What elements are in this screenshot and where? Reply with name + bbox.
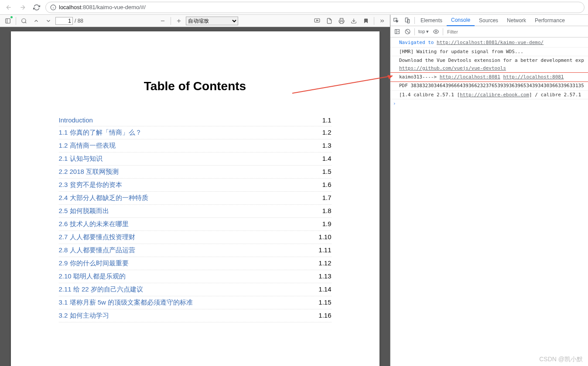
console-link[interactable]: http://localhost:8081 bbox=[503, 74, 564, 80]
toc-link[interactable]: 2.6 技术人的未来在哪里 bbox=[59, 220, 129, 228]
toc-row: 2.4 大部分人都缺乏的一种特质1.7 bbox=[59, 192, 332, 205]
toc-link[interactable]: 2.9 你的什么时间最重要 bbox=[59, 259, 129, 268]
svg-marker-11 bbox=[317, 20, 318, 20]
toc-page-number: 1.3 bbox=[322, 142, 332, 149]
live-expression-button[interactable] bbox=[431, 27, 441, 37]
toc-page-number: 1.10 bbox=[318, 233, 331, 241]
back-button[interactable] bbox=[3, 2, 14, 13]
toc-row: Introduction1.1 bbox=[59, 114, 332, 126]
console-link[interactable]: http://calibre-ebook.com bbox=[460, 92, 529, 98]
toc-link[interactable]: 2.11 给 22 岁的自己六点建议 bbox=[59, 285, 143, 294]
console-link[interactable]: http://localhost:8081 bbox=[440, 74, 500, 80]
pdf-viewer-pane: / 88 自动缩放 bbox=[0, 15, 390, 366]
svg-point-5 bbox=[22, 18, 26, 22]
prev-page-button[interactable] bbox=[31, 16, 41, 26]
device-toggle-icon[interactable] bbox=[402, 15, 413, 26]
watermark: CSDN @凯小默 bbox=[539, 356, 583, 363]
console-link[interactable]: http://localhost:8081/kaimo-vue-demo/ bbox=[437, 40, 544, 45]
toc-list: Introduction1.11.1 你真的了解「情商」么？1.21.2 高情商… bbox=[59, 114, 332, 322]
toc-page-number: 1.12 bbox=[318, 259, 331, 267]
toc-link[interactable]: 2.2 2018 互联网预测 bbox=[59, 168, 119, 176]
svg-rect-12 bbox=[340, 21, 343, 24]
toc-page-number: 1.7 bbox=[322, 194, 332, 201]
console-sidebar-toggle[interactable] bbox=[392, 27, 402, 37]
open-file-button[interactable] bbox=[324, 16, 335, 26]
toc-link[interactable]: 2.10 聪明人都是乐观的 bbox=[59, 272, 126, 281]
toc-link[interactable]: 2.1 认知与知识 bbox=[59, 155, 103, 163]
clear-console-button[interactable] bbox=[403, 27, 412, 37]
console-input-prompt[interactable] bbox=[390, 99, 588, 108]
toc-row: 2.5 如何脱颖而出1.8 bbox=[59, 205, 332, 218]
console-message: [HMR] Waiting for update signal from WDS… bbox=[390, 47, 588, 57]
tools-button[interactable] bbox=[377, 16, 387, 26]
toc-row: 1.2 高情商一些表现1.3 bbox=[59, 139, 332, 152]
console-filter-input[interactable] bbox=[445, 29, 586, 34]
toc-page-number: 1.6 bbox=[322, 181, 332, 188]
toc-page-number: 1.15 bbox=[318, 298, 331, 306]
forward-button[interactable] bbox=[17, 2, 28, 13]
toc-link[interactable]: Introduction bbox=[59, 116, 93, 124]
zoom-out-button[interactable] bbox=[157, 16, 168, 26]
svg-line-20 bbox=[406, 30, 409, 34]
toc-row: 1.1 你真的了解「情商」么？1.2 bbox=[59, 126, 332, 139]
devtools-tab-performance[interactable]: Performance bbox=[530, 15, 569, 26]
toc-page-number: 1.16 bbox=[318, 312, 331, 319]
page-number-input[interactable] bbox=[55, 17, 73, 25]
separator bbox=[16, 17, 16, 25]
devtools-tab-network[interactable]: Network bbox=[503, 15, 530, 26]
separator bbox=[171, 17, 171, 25]
bookmark-button[interactable] bbox=[361, 16, 371, 26]
devtools-tab-elements[interactable]: Elements bbox=[416, 15, 447, 26]
toc-page-number: 1.2 bbox=[322, 129, 332, 136]
toc-page-number: 1.13 bbox=[318, 272, 331, 280]
devtools-tabs: ElementsConsoleSourcesNetworkPerformance bbox=[390, 15, 588, 26]
sidebar-toggle-button[interactable] bbox=[3, 16, 13, 26]
pdf-content-area[interactable]: Table of Contents Introduction1.11.1 你真的… bbox=[0, 27, 390, 366]
toc-link[interactable]: 1.2 高情商一些表现 bbox=[59, 142, 116, 150]
toc-title: Table of Contents bbox=[59, 79, 332, 93]
zoom-in-button[interactable] bbox=[174, 16, 184, 26]
toc-row: 3.1 堪称月薪 5w 的顶级文案都必须遵守的标准1.15 bbox=[59, 296, 332, 309]
svg-line-6 bbox=[25, 22, 27, 23]
toc-link[interactable]: 2.4 大部分人都缺乏的一种特质 bbox=[59, 194, 148, 202]
console-message: [1.4 calibre 2.57.1 [http://calibre-eboo… bbox=[390, 91, 588, 100]
toc-link[interactable]: 2.5 如何脱颖而出 bbox=[59, 207, 109, 215]
separator bbox=[414, 17, 415, 24]
toc-row: 2.2 2018 互联网预测1.5 bbox=[59, 166, 332, 179]
toc-row: 2.11 给 22 岁的自己六点建议1.14 bbox=[59, 283, 332, 296]
url-text: localhost:8081/kaimo-vue-demo/#/ bbox=[59, 4, 146, 10]
presentation-button[interactable] bbox=[312, 16, 322, 26]
console-message: Download the Vue Devtools extension for … bbox=[390, 56, 588, 73]
devtools-tab-console[interactable]: Console bbox=[447, 15, 475, 26]
toc-link[interactable]: 2.8 人人都要懂点产品运营 bbox=[59, 246, 135, 254]
toc-link[interactable]: 1.1 你真的了解「情商」么？ bbox=[59, 129, 142, 137]
toc-link[interactable]: 2.3 贫穷不是你的资本 bbox=[59, 181, 122, 189]
pdf-page: Table of Contents Introduction1.11.1 你真的… bbox=[11, 31, 379, 366]
context-selector[interactable]: top ▾ bbox=[417, 29, 430, 34]
print-button[interactable] bbox=[336, 16, 347, 26]
pdf-toolbar: / 88 自动缩放 bbox=[0, 15, 390, 27]
browser-navigation-bar: localhost:8081/kaimo-vue-demo/#/ bbox=[0, 0, 588, 15]
console-toolbar: top ▾ bbox=[390, 26, 588, 37]
toc-link[interactable]: 2.7 人人都要懂点投资理财 bbox=[59, 233, 135, 241]
reload-button[interactable] bbox=[31, 2, 42, 13]
zoom-select[interactable]: 自动缩放 bbox=[186, 17, 238, 25]
svg-rect-3 bbox=[6, 18, 10, 23]
url-bar[interactable]: localhost:8081/kaimo-vue-demo/#/ bbox=[45, 2, 585, 13]
inspect-element-icon[interactable] bbox=[390, 15, 402, 26]
console-link[interactable]: https://github.com/vuejs/vue-devtools bbox=[399, 65, 506, 71]
toc-row: 3.2 如何主动学习1.16 bbox=[59, 309, 332, 322]
search-button[interactable] bbox=[19, 16, 29, 26]
separator bbox=[414, 28, 415, 35]
next-page-button[interactable] bbox=[43, 16, 54, 26]
toc-link[interactable]: 3.1 堪称月薪 5w 的顶级文案都必须遵守的标准 bbox=[59, 298, 193, 307]
devtools-tab-sources[interactable]: Sources bbox=[475, 15, 503, 26]
site-info-icon[interactable] bbox=[50, 4, 56, 10]
toc-row: 2.10 聪明人都是乐观的1.13 bbox=[59, 270, 332, 283]
toc-row: 2.7 人人都要懂点投资理财1.10 bbox=[59, 231, 332, 244]
console-output[interactable]: Navigated to http://localhost:8081/kaimo… bbox=[390, 37, 588, 366]
devtools-pane: ElementsConsoleSourcesNetworkPerformance… bbox=[390, 15, 588, 366]
toc-link[interactable]: 3.2 如何主动学习 bbox=[59, 312, 109, 320]
toc-page-number: 1.4 bbox=[322, 155, 332, 162]
download-button[interactable] bbox=[349, 16, 359, 26]
